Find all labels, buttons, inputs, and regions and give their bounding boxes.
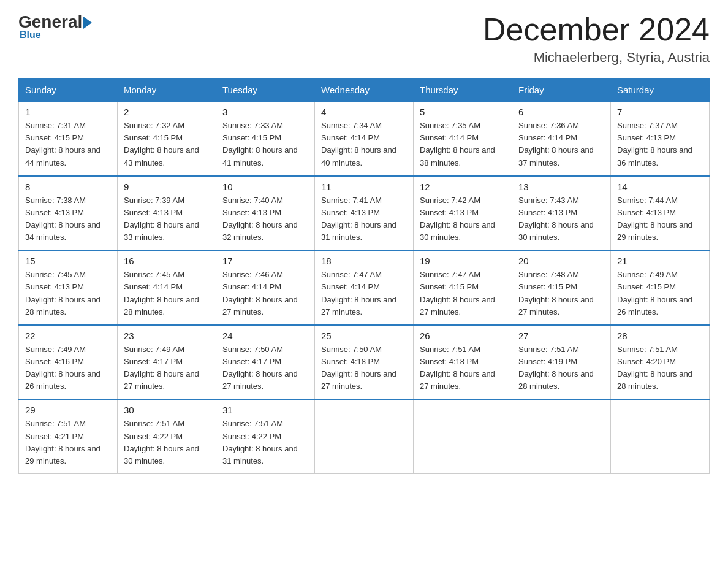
table-row: 12 Sunrise: 7:42 AMSunset: 4:13 PMDaylig… (414, 176, 512, 251)
table-row: 8 Sunrise: 7:38 AMSunset: 4:13 PMDayligh… (19, 176, 118, 251)
col-header-saturday: Saturday (611, 79, 710, 102)
day-number: 15 (25, 256, 111, 266)
table-row (512, 399, 611, 473)
table-row: 14 Sunrise: 7:44 AMSunset: 4:13 PMDaylig… (611, 176, 710, 251)
table-row: 29 Sunrise: 7:51 AMSunset: 4:21 PMDaylig… (19, 399, 118, 473)
day-info: Sunrise: 7:47 AMSunset: 4:14 PMDaylight:… (321, 269, 407, 318)
day-info: Sunrise: 7:51 AMSunset: 4:22 PMDaylight:… (222, 418, 308, 467)
day-info: Sunrise: 7:50 AMSunset: 4:17 PMDaylight:… (222, 343, 308, 393)
table-row: 13 Sunrise: 7:43 AMSunset: 4:13 PMDaylig… (512, 176, 611, 251)
day-info: Sunrise: 7:32 AMSunset: 4:15 PMDaylight:… (124, 120, 210, 169)
calendar-week-row: 15 Sunrise: 7:45 AMSunset: 4:13 PMDaylig… (19, 250, 710, 325)
day-info: Sunrise: 7:51 AMSunset: 4:20 PMDaylight:… (617, 343, 703, 393)
table-row: 6 Sunrise: 7:36 AMSunset: 4:14 PMDayligh… (512, 102, 611, 176)
day-number: 20 (518, 256, 604, 266)
table-row: 18 Sunrise: 7:47 AMSunset: 4:14 PMDaylig… (315, 250, 414, 325)
day-info: Sunrise: 7:49 AMSunset: 4:16 PMDaylight:… (25, 343, 111, 393)
day-number: 21 (617, 256, 703, 266)
day-info: Sunrise: 7:39 AMSunset: 4:13 PMDaylight:… (124, 194, 210, 244)
day-number: 5 (420, 107, 506, 117)
day-number: 22 (25, 331, 111, 341)
logo-blue-text: Blue (20, 29, 92, 40)
table-row (611, 399, 710, 473)
day-info: Sunrise: 7:35 AMSunset: 4:14 PMDaylight:… (420, 120, 506, 169)
table-row (315, 399, 414, 473)
table-row: 5 Sunrise: 7:35 AMSunset: 4:14 PMDayligh… (414, 102, 512, 176)
table-row: 25 Sunrise: 7:50 AMSunset: 4:18 PMDaylig… (315, 325, 414, 400)
day-number: 1 (25, 107, 111, 117)
day-info: Sunrise: 7:47 AMSunset: 4:15 PMDaylight:… (420, 269, 506, 318)
day-number: 17 (222, 256, 308, 266)
col-header-sunday: Sunday (19, 79, 118, 102)
day-number: 24 (222, 331, 308, 341)
day-number: 8 (25, 182, 111, 192)
title-area: December 2024 Michaelerberg, Styria, Aus… (483, 12, 710, 66)
day-number: 13 (518, 182, 604, 192)
table-row: 3 Sunrise: 7:33 AMSunset: 4:15 PMDayligh… (216, 102, 315, 176)
table-row: 20 Sunrise: 7:48 AMSunset: 4:15 PMDaylig… (512, 250, 611, 325)
table-row: 27 Sunrise: 7:51 AMSunset: 4:19 PMDaylig… (512, 325, 611, 400)
table-row: 4 Sunrise: 7:34 AMSunset: 4:14 PMDayligh… (315, 102, 414, 176)
day-number: 30 (124, 405, 210, 415)
day-number: 28 (617, 331, 703, 341)
day-info: Sunrise: 7:49 AMSunset: 4:17 PMDaylight:… (124, 343, 210, 393)
day-info: Sunrise: 7:38 AMSunset: 4:13 PMDaylight:… (25, 194, 111, 244)
calendar-week-row: 8 Sunrise: 7:38 AMSunset: 4:13 PMDayligh… (19, 176, 710, 251)
day-info: Sunrise: 7:37 AMSunset: 4:13 PMDaylight:… (617, 120, 703, 169)
table-row: 30 Sunrise: 7:51 AMSunset: 4:22 PMDaylig… (118, 399, 216, 473)
day-number: 12 (420, 182, 506, 192)
day-info: Sunrise: 7:33 AMSunset: 4:15 PMDaylight:… (222, 120, 308, 169)
table-row: 16 Sunrise: 7:45 AMSunset: 4:14 PMDaylig… (118, 250, 216, 325)
day-info: Sunrise: 7:46 AMSunset: 4:14 PMDaylight:… (222, 269, 308, 318)
table-row: 21 Sunrise: 7:49 AMSunset: 4:15 PMDaylig… (611, 250, 710, 325)
table-row: 15 Sunrise: 7:45 AMSunset: 4:13 PMDaylig… (19, 250, 118, 325)
table-row: 26 Sunrise: 7:51 AMSunset: 4:18 PMDaylig… (414, 325, 512, 400)
day-info: Sunrise: 7:42 AMSunset: 4:13 PMDaylight:… (420, 194, 506, 244)
calendar-week-row: 1 Sunrise: 7:31 AMSunset: 4:15 PMDayligh… (19, 102, 710, 176)
table-row: 17 Sunrise: 7:46 AMSunset: 4:14 PMDaylig… (216, 250, 315, 325)
day-info: Sunrise: 7:51 AMSunset: 4:22 PMDaylight:… (124, 418, 210, 467)
day-number: 14 (617, 182, 703, 192)
col-header-tuesday: Tuesday (216, 79, 315, 102)
day-number: 6 (518, 107, 604, 117)
day-number: 31 (222, 405, 308, 415)
table-row: 10 Sunrise: 7:40 AMSunset: 4:13 PMDaylig… (216, 176, 315, 251)
day-info: Sunrise: 7:45 AMSunset: 4:14 PMDaylight:… (124, 269, 210, 318)
col-header-monday: Monday (118, 79, 216, 102)
day-info: Sunrise: 7:40 AMSunset: 4:13 PMDaylight:… (222, 194, 308, 244)
location-subtitle: Michaelerberg, Styria, Austria (483, 50, 710, 66)
table-row: 28 Sunrise: 7:51 AMSunset: 4:20 PMDaylig… (611, 325, 710, 400)
day-number: 10 (222, 182, 308, 192)
day-info: Sunrise: 7:34 AMSunset: 4:14 PMDaylight:… (321, 120, 407, 169)
calendar-table: Sunday Monday Tuesday Wednesday Thursday… (18, 78, 710, 474)
logo-triangle-icon (83, 17, 92, 29)
col-header-friday: Friday (512, 79, 611, 102)
day-info: Sunrise: 7:36 AMSunset: 4:14 PMDaylight:… (518, 120, 604, 169)
day-info: Sunrise: 7:43 AMSunset: 4:13 PMDaylight:… (518, 194, 604, 244)
table-row: 19 Sunrise: 7:47 AMSunset: 4:15 PMDaylig… (414, 250, 512, 325)
day-number: 9 (124, 182, 210, 192)
day-info: Sunrise: 7:44 AMSunset: 4:13 PMDaylight:… (617, 194, 703, 244)
logo: General Blue (18, 12, 92, 40)
day-info: Sunrise: 7:31 AMSunset: 4:15 PMDaylight:… (25, 120, 111, 169)
day-number: 27 (518, 331, 604, 341)
calendar-week-row: 29 Sunrise: 7:51 AMSunset: 4:21 PMDaylig… (19, 399, 710, 473)
table-row: 2 Sunrise: 7:32 AMSunset: 4:15 PMDayligh… (118, 102, 216, 176)
table-row: 22 Sunrise: 7:49 AMSunset: 4:16 PMDaylig… (19, 325, 118, 400)
col-header-wednesday: Wednesday (315, 79, 414, 102)
header: General Blue December 2024 Michaelerberg… (18, 12, 710, 66)
day-info: Sunrise: 7:49 AMSunset: 4:15 PMDaylight:… (617, 269, 703, 318)
day-info: Sunrise: 7:51 AMSunset: 4:19 PMDaylight:… (518, 343, 604, 393)
table-row: 9 Sunrise: 7:39 AMSunset: 4:13 PMDayligh… (118, 176, 216, 251)
day-number: 3 (222, 107, 308, 117)
table-row: 23 Sunrise: 7:49 AMSunset: 4:17 PMDaylig… (118, 325, 216, 400)
day-info: Sunrise: 7:51 AMSunset: 4:18 PMDaylight:… (420, 343, 506, 393)
table-row: 31 Sunrise: 7:51 AMSunset: 4:22 PMDaylig… (216, 399, 315, 473)
day-info: Sunrise: 7:45 AMSunset: 4:13 PMDaylight:… (25, 269, 111, 318)
day-number: 7 (617, 107, 703, 117)
day-info: Sunrise: 7:50 AMSunset: 4:18 PMDaylight:… (321, 343, 407, 393)
day-number: 18 (321, 256, 407, 266)
day-number: 25 (321, 331, 407, 341)
day-number: 26 (420, 331, 506, 341)
day-info: Sunrise: 7:41 AMSunset: 4:13 PMDaylight:… (321, 194, 407, 244)
